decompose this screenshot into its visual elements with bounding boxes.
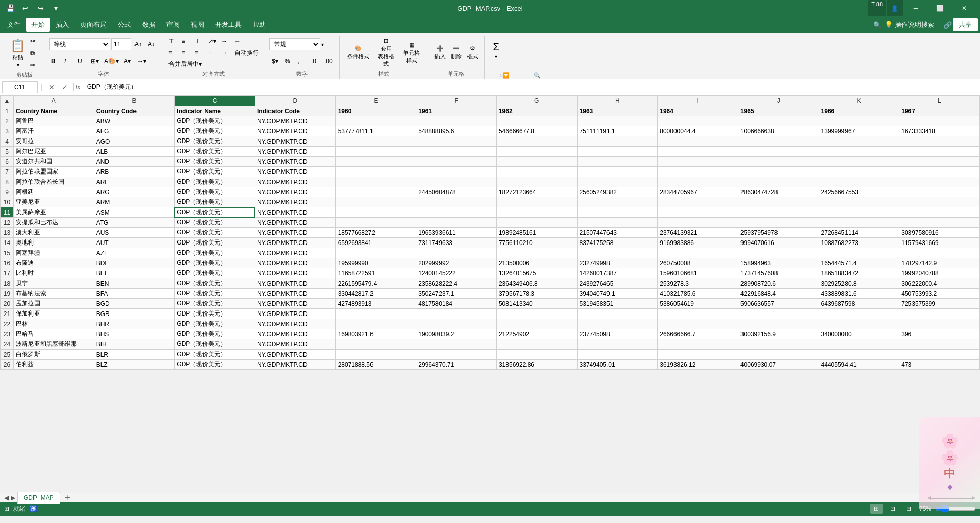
cell-r8cb[interactable]: ARE [94,177,175,187]
row-header-15[interactable]: 15 [1,248,14,258]
quick-access-dropdown[interactable]: ▾ [50,2,62,14]
col-header-b[interactable]: B [94,96,175,106]
save-icon[interactable]: 💾 [4,2,16,14]
cell-r19cg[interactable]: 379567178.3 [496,289,577,299]
menu-insert[interactable]: 插入 [51,18,74,32]
cell-r24ci[interactable] [658,339,738,350]
cell-r22ca[interactable]: 巴林 [14,319,94,329]
cell-r5cf[interactable] [416,147,497,157]
cell-r15ca[interactable]: 阿塞拜疆 [14,248,94,258]
cell-r21cb[interactable]: BGR [94,309,175,319]
row-header-4[interactable]: 4 [1,136,14,147]
decrease-font-button[interactable]: A↓ [146,39,158,50]
cell-r15ce[interactable] [335,248,416,258]
cell-r24cd[interactable]: NY.GDP.MKTP.CD [255,339,335,350]
cell-r5ce[interactable] [335,147,416,157]
cell-r2cg[interactable] [496,116,577,126]
cell-r24cl[interactable] [899,339,980,350]
menu-data[interactable]: 数据 [137,18,160,32]
cell-r2cj[interactable] [738,116,819,126]
cell-r16cb[interactable]: BDI [94,258,175,268]
row-header-13[interactable]: 13 [1,228,14,238]
cell-styles-button[interactable]: ▦ 单元格样式 [399,38,424,67]
cell-r18ci[interactable]: 2539278.3 [658,278,738,289]
cell-r7cg[interactable] [496,167,577,177]
cell-r19cc[interactable]: GDP（现价美元） [175,289,255,299]
cell-r14cd[interactable]: NY.GDP.MKTP.CD [255,238,335,248]
char-spacing-button[interactable]: ↔▾ [135,56,148,67]
increase-decimal-button[interactable]: .0 [309,56,321,67]
row-header-8[interactable]: 8 [1,177,14,187]
page-break-button[interactable]: ⊟ [903,504,915,514]
cell-r5ca[interactable]: 阿尔巴尼亚 [14,147,94,157]
confirm-formula-button[interactable]: ✓ [59,81,71,93]
cell-r25cg[interactable] [496,350,577,360]
cell-r16cc[interactable]: GDP（现价美元） [175,258,255,268]
cell-r21ce[interactable] [335,309,416,319]
cell-r9ch[interactable]: 25605249382 [577,187,658,197]
row-header-26[interactable]: 26 [1,360,14,370]
cell-r15ch[interactable] [577,248,658,258]
cell-r21cg[interactable] [496,309,577,319]
cell-r7cd[interactable]: NY.GDP.MKTP.CD [255,167,335,177]
cell-r7ca[interactable]: 阿拉伯联盟国家 [14,167,94,177]
cell-r13cg[interactable]: 19892485161 [496,228,577,238]
align-right-button[interactable]: ≡ [193,47,205,58]
cell-r17ca[interactable]: 比利时 [14,268,94,278]
cell-r26ce[interactable]: 28071888.56 [335,360,416,370]
cell-r23ce[interactable]: 169803921.6 [335,329,416,339]
cell-r21cd[interactable]: NY.GDP.MKTP.CD [255,309,335,319]
cell-r18cg[interactable]: 2364349406.8 [496,278,577,289]
cell-r22cj[interactable] [738,319,819,329]
cell-r22ck[interactable] [819,319,899,329]
cell-r14ck[interactable]: 10887682273 [819,238,899,248]
cell-r8ca[interactable]: 阿拉伯联合酋长国 [14,177,94,187]
outdent-button[interactable]: ← [232,36,245,47]
cell-r12cd[interactable]: NY.GDP.MKTP.CD [255,218,335,228]
row-header-20[interactable]: 20 [1,299,14,309]
cell-r24cj[interactable] [738,339,819,350]
cell-r19cb[interactable]: BFA [94,289,175,299]
cell-r3ce[interactable]: 537777811.1 [335,126,416,136]
italic-button[interactable]: I [62,56,75,67]
cell-r14cg[interactable]: 7756110210 [496,238,577,248]
cell-r17ci[interactable]: 15960106681 [658,268,738,278]
cell-r10cd[interactable]: NY.GDP.MKTP.CD [255,197,335,207]
cell-r20ci[interactable]: 5386054619 [658,299,738,309]
cell-r1ce[interactable]: 1960 [335,106,416,116]
cell-r3cb[interactable]: AFG [94,126,175,136]
cell-r17cl[interactable]: 19992040788 [899,268,980,278]
cell-r24cf[interactable] [416,339,497,350]
cell-r14cb[interactable]: AUT [94,238,175,248]
cell-r3ci[interactable]: 800000044.4 [658,126,738,136]
cell-r23cb[interactable]: BHS [94,329,175,339]
cell-r1cd[interactable]: Indicator Code [255,106,335,116]
cell-r7ci[interactable] [658,167,738,177]
cell-r10cb[interactable]: ARM [94,197,175,207]
cell-r6cd[interactable]: NY.GDP.MKTP.CD [255,157,335,167]
cell-r6ch[interactable] [577,157,658,167]
cell-r12ch[interactable] [577,218,658,228]
cell-r6cf[interactable] [416,157,497,167]
cell-r1cb[interactable]: Country Code [94,106,175,116]
cell-r22cl[interactable] [899,319,980,329]
row-header-17[interactable]: 17 [1,268,14,278]
undo-icon[interactable]: ↩ [19,2,31,14]
menu-file[interactable]: 文件 [2,18,25,32]
borders-button[interactable]: ⊞▾ [89,56,101,67]
col-header-h[interactable]: H [577,96,658,106]
cell-r25cl[interactable] [899,350,980,360]
menu-home[interactable]: 开始 [26,18,50,32]
cell-r5cc[interactable]: GDP（现价美元） [175,147,255,157]
cell-r10cj[interactable] [738,197,819,207]
cell-r23ca[interactable]: 巴哈马 [14,329,94,339]
normal-view-button[interactable]: ⊞ [870,504,883,514]
cell-r8cd[interactable]: NY.GDP.MKTP.CD [255,177,335,187]
cell-r9ck[interactable]: 24256667553 [819,187,899,197]
cell-r12ci[interactable] [658,218,738,228]
cell-r25cc[interactable]: GDP（现价美元） [175,350,255,360]
cell-r18cf[interactable]: 2358628222.4 [416,278,497,289]
cell-r5cb[interactable]: ALB [94,147,175,157]
cell-r11cg[interactable] [496,207,577,218]
col-header-d[interactable]: D [255,96,335,106]
